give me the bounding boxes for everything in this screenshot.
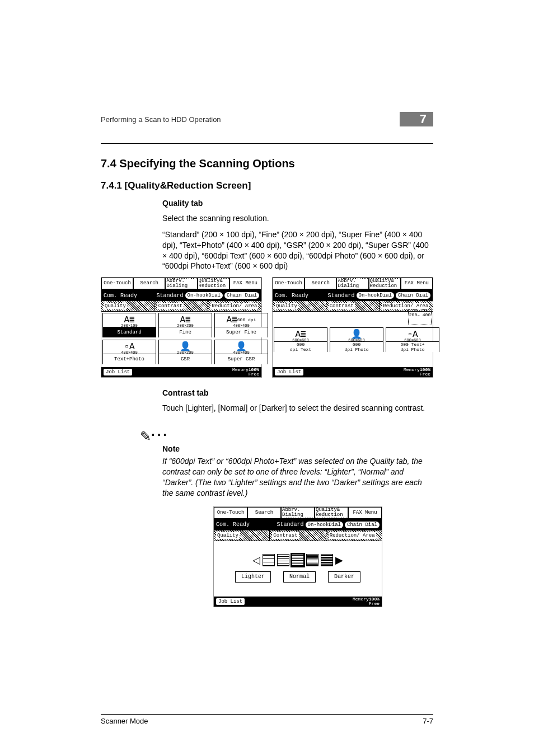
600-dpi: 600×600 [330, 338, 383, 343]
dark-arrow-icon: ▶ [335, 553, 343, 567]
tab-fax-menu[interactable]: FAX Menu [401, 278, 433, 290]
col-quality[interactable]: Quality [101, 301, 155, 311]
col-quality[interactable]: Quality [273, 301, 326, 311]
light-arrow-icon: ◁ [252, 553, 260, 567]
tab-one-touch[interactable]: One-Touch [214, 507, 247, 519]
quality-tab-p1: Select the scanning resolution. [162, 213, 433, 224]
subsection-heading: 7.4.1 [Quality&Reduction Screen] [101, 180, 433, 191]
quality-superfine-button[interactable]: A≣ 600 dpi 400×400 Super Fine [214, 313, 268, 337]
lcd-quality-screenshot-1: One-Touch Search Abbrv. Dialing Quality&… [101, 277, 262, 378]
onhook-dial-button[interactable]: On-hookDial [357, 292, 394, 299]
tab-quality-reduction[interactable]: Quality& Reduction [198, 278, 229, 290]
header-rule [101, 143, 433, 144]
tab-fax-menu[interactable]: FAX Menu [348, 507, 382, 519]
onhook-dial-button[interactable]: On-hookDial [185, 292, 223, 299]
chain-dial-button[interactable]: Chain Dial [224, 292, 259, 299]
chapter-number-badge: 7 [400, 112, 433, 126]
running-header: Performing a Scan to HDD Operation [101, 115, 221, 124]
note-title: Note [162, 444, 433, 454]
tab-search[interactable]: Search [305, 278, 336, 290]
tab-abbrv-dialing[interactable]: Abbrv. Dialing [336, 278, 368, 290]
tab-one-touch[interactable]: One-Touch [273, 278, 305, 290]
lighter-button[interactable]: Lighter [235, 571, 271, 583]
quality-textphoto-button[interactable]: ▫A 400×400 Text+Photo [102, 340, 156, 364]
quality-standard-button[interactable]: A≣ 200×100 Standard [102, 313, 156, 337]
quality-tab-p2: “Standard” (200 × 100 dpi), “Fine” (200 … [162, 229, 433, 272]
chain-dial-button[interactable]: Chain Dial [345, 522, 380, 528]
chain-dial-button[interactable]: Chain Dial [396, 292, 430, 299]
back-200-400-button[interactable]: 200– 400 [408, 309, 432, 325]
fine-dpi: 200×200 [159, 323, 212, 328]
quality-600textphoto-button[interactable]: ▫A 600×600 600 Text+ dpi Photo [386, 327, 439, 352]
footer-right: 7-7 [423, 717, 433, 725]
supergsr-dpi: 400×400 [215, 350, 268, 355]
tab-quality-reduction[interactable]: Quality& Reduction [369, 278, 401, 290]
quality-600text-button[interactable]: A≣ 600×600 600 dpi Text [274, 327, 327, 352]
footer-left: Scanner Mode [101, 717, 148, 725]
quality-gsr-button[interactable]: 👤 200×200 GSR [158, 340, 212, 364]
contrast-level-4[interactable] [306, 554, 318, 566]
col-reduction[interactable]: Reduction/ Area [326, 530, 382, 541]
tab-abbrv-dialing[interactable]: Abbrv. Dialing [281, 507, 315, 519]
col-contrast[interactable]: Contrast [155, 301, 209, 311]
normal-button[interactable]: Normal [283, 571, 316, 583]
contrast-tab-subhead: Contrast tab [162, 388, 433, 398]
status-standard: Standard [328, 292, 355, 300]
quality-fine-button[interactable]: A≣ 200×200 Fine [158, 313, 212, 337]
status-standard: Standard [157, 292, 184, 300]
contrast-tab-p1: Touch [Lighter], [Normal] or [Darker] to… [162, 403, 433, 414]
onhook-dial-button[interactable]: On-hookDial [306, 522, 343, 528]
lcd-contrast-screenshot: One-Touch Search Abbrv. Dialing Quality&… [213, 506, 382, 607]
600-dpi: 600×600 [274, 338, 327, 343]
600-dpi: 600×600 [386, 338, 439, 343]
status-ready: Com. Ready [216, 521, 250, 529]
textphoto-dpi: 400×400 [103, 350, 156, 355]
note-body: If “600dpi Text” or “600dpi Photo+Text” … [162, 456, 433, 499]
job-list-button[interactable]: Job List [216, 598, 245, 605]
col-quality[interactable]: Quality [214, 530, 270, 541]
contrast-level-3-selected[interactable] [292, 554, 304, 566]
tab-one-touch[interactable]: One-Touch [101, 278, 133, 290]
standard-dpi: 200×100 [103, 323, 156, 328]
status-ready: Com. Ready [104, 292, 137, 300]
status-ready: Com. Ready [275, 292, 308, 300]
gsr-dpi: 200×200 [159, 350, 212, 355]
tab-quality-reduction[interactable]: Quality& Reduction [315, 507, 348, 519]
superfine-dpi: 400×400 [215, 323, 268, 328]
tab-abbrv-dialing[interactable]: Abbrv. Dialing [165, 278, 197, 290]
job-list-button[interactable]: Job List [104, 369, 132, 375]
quality-600photo-button[interactable]: 👤 600×600 600 dpi Photo [330, 327, 383, 352]
note-pencil-icon: ✎... [140, 422, 433, 445]
contrast-level-5[interactable] [321, 554, 333, 566]
col-contrast[interactable]: Contrast [270, 530, 326, 541]
contrast-level-1[interactable] [263, 554, 275, 566]
status-standard: Standard [277, 521, 304, 529]
tab-search[interactable]: Search [133, 278, 165, 290]
job-list-button[interactable]: Job List [275, 369, 303, 375]
col-contrast[interactable]: Contrast [326, 301, 380, 311]
quality-supergsr-button[interactable]: 👤 400×400 Super GSR [214, 340, 268, 364]
tab-fax-menu[interactable]: FAX Menu [229, 278, 261, 290]
lcd-quality-screenshot-2: One-Touch Search Abbrv. Dialing Quality&… [272, 277, 433, 378]
quality-tab-subhead: Quality tab [162, 198, 433, 209]
contrast-level-2[interactable] [277, 554, 289, 566]
col-reduction[interactable]: Reduction/ Area [208, 301, 261, 311]
section-heading: 7.4 Specifying the Scanning Options [101, 157, 433, 170]
darker-button[interactable]: Darker [328, 571, 360, 583]
contrast-scale: ◁ ▶ [252, 553, 343, 567]
tab-search[interactable]: Search [247, 507, 281, 519]
